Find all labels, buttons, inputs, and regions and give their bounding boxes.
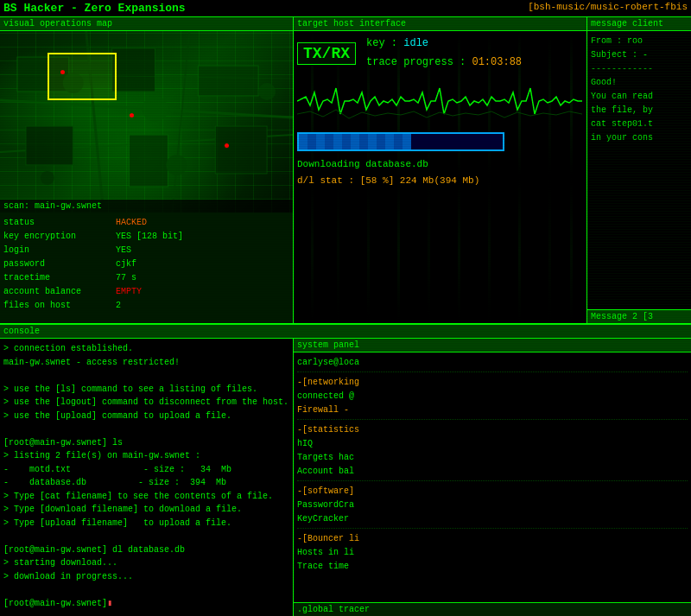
console-line-6: > listing 2 file(s) on main-gw.swnet : xyxy=(3,449,289,463)
message-client-panel: message client From : roo Subject : - --… xyxy=(587,17,691,323)
svg-rect-9 xyxy=(215,126,267,174)
tx-rx-display: TX/RX xyxy=(297,42,356,65)
password-row: password cjkf xyxy=(3,257,289,271)
title-bar: BS Hacker - Zero Expansions [bsh-music/m… xyxy=(0,0,691,17)
status-key: status xyxy=(3,216,116,230)
files-row: files on host 2 xyxy=(3,299,289,313)
console-cursor: ▮ xyxy=(107,599,112,608)
sys-networking-firewall: Firewall - xyxy=(297,403,688,417)
sys-stats-header: -[statistics xyxy=(297,423,688,437)
dl-label: Downloading database.db xyxy=(297,156,583,173)
console-line-blank-4 xyxy=(3,583,289,597)
status-row: status HACKED xyxy=(3,216,289,230)
msg-line-3: the file, by xyxy=(591,104,688,117)
target-host-panel: target host interface xyxy=(294,17,587,323)
console-line-13: > starting download... xyxy=(3,556,289,570)
key-line: key : idle xyxy=(366,35,522,54)
sys-hiq: hIQ xyxy=(297,437,688,451)
path-display: [bsh-music/music-robert-fbis xyxy=(528,2,688,15)
svg-rect-8 xyxy=(130,135,168,187)
target-host-header: target host interface xyxy=(294,17,586,31)
msg-subject: Subject : - xyxy=(591,48,688,62)
top-row: visual operations map xyxy=(0,17,691,324)
console-line-blank-3 xyxy=(3,530,289,543)
sys-divider-2 xyxy=(297,419,688,420)
dl-stat-value: [58 %] 224 Mb(394 Mb) xyxy=(360,175,480,186)
console-line-14: > download in progress... xyxy=(3,570,289,584)
dl-info: Downloading database.db d/l stat : [58 %… xyxy=(297,156,583,188)
key-label: key xyxy=(366,37,385,49)
msg-divider: ------------ xyxy=(591,62,688,76)
password-val: cjkf xyxy=(116,257,136,271)
progress-bar xyxy=(297,132,504,151)
key-value: idle xyxy=(403,37,428,49)
signal-area xyxy=(297,75,583,127)
msg-line-1: Good! xyxy=(591,76,688,90)
msg-tab-label: Message 2 [3 xyxy=(591,312,653,321)
map-target-highlight xyxy=(48,53,117,100)
console-line-blank-2 xyxy=(3,422,289,436)
tracetime-row: tracetime 77 s xyxy=(3,271,289,285)
console-content[interactable]: > connection established. main-gw.swnet … xyxy=(0,339,293,616)
global-tracer[interactable]: .global tracer xyxy=(294,602,691,616)
console-line-4: > use the [upload] command to upload a f… xyxy=(3,410,289,423)
sys-divider-1 xyxy=(297,372,688,372)
svg-point-13 xyxy=(41,171,54,185)
map-dot xyxy=(130,113,134,117)
console-wide-header: console xyxy=(0,324,691,339)
console-line-7: - motd.txt - size : 34 Mb xyxy=(3,463,289,477)
progress-area xyxy=(297,132,583,151)
sys-software-header: -[software] xyxy=(297,485,688,499)
msg-tab[interactable]: Message 2 [3 xyxy=(587,309,691,323)
map-info: status HACKED key encryption YES [128 bi… xyxy=(0,213,293,316)
message-content: From : roo Subject : - ------------ Good… xyxy=(587,31,691,309)
key-sep: : xyxy=(391,37,403,49)
console-line-8: - database.db - size : 394 Mb xyxy=(3,476,289,490)
trace-label: trace progress xyxy=(366,56,453,68)
svg-rect-6 xyxy=(198,66,258,96)
trace-line: trace progress : 01:03:88 xyxy=(366,54,522,73)
msg-line-5: in your cons xyxy=(591,131,688,145)
sys-bouncer-trace: Trace time xyxy=(297,560,688,574)
sys-account: Account bal xyxy=(297,465,688,479)
key-enc-val: YES [128 bit] xyxy=(116,230,183,244)
svg-rect-5 xyxy=(112,48,155,92)
sys-networking-header: -[networking xyxy=(297,376,688,390)
msg-line-4: cat step01.t xyxy=(591,117,688,131)
sys-key-cracker: KeyCracker xyxy=(297,512,688,526)
map-scan-label: scan: main-gw.swnet xyxy=(0,200,293,213)
files-val: 2 xyxy=(116,299,121,313)
console-panel: > connection established. main-gw.swnet … xyxy=(0,339,294,616)
console-header-label: console xyxy=(3,327,40,336)
map-dot xyxy=(225,143,229,148)
sys-user: carlyse@loca xyxy=(297,356,688,370)
trace-value: 01:03:88 xyxy=(472,56,522,68)
svg-rect-7 xyxy=(26,126,73,165)
console-line-blank-1 xyxy=(3,369,289,383)
target-header: TX/RX key : idle trace progress : 01:03:… xyxy=(297,35,583,72)
sys-bouncer-header: -[Bouncer li xyxy=(297,532,688,546)
console-line-9: > Type [cat filename] to see the content… xyxy=(3,490,289,504)
password-key: password xyxy=(3,257,116,271)
status-val: HACKED xyxy=(116,216,147,230)
trace-sep: : xyxy=(460,56,472,68)
progress-stripes xyxy=(299,134,411,149)
console-line-3: > use the [logout] command to disconnect… xyxy=(3,396,289,410)
console-line-10: > Type [download filename] to download a… xyxy=(3,503,289,517)
tracetime-key: tracetime xyxy=(3,271,116,285)
login-row: login YES xyxy=(3,244,289,257)
system-content: carlyse@loca -[networking connected @ Fi… xyxy=(294,352,691,602)
system-panel-header: system panel xyxy=(294,339,691,352)
map-dot xyxy=(60,70,65,74)
dl-stat-label: d/l stat : xyxy=(297,175,354,186)
key-enc-row: key encryption YES [128 bit] xyxy=(3,230,289,244)
sys-targets: Targets hac xyxy=(297,451,688,465)
dl-stat: d/l stat : [58 %] 224 Mb(394 Mb) xyxy=(297,173,583,189)
console-line-11: > Type [upload filename] to upload a fil… xyxy=(3,517,289,530)
target-content: TX/RX key : idle trace progress : 01:03:… xyxy=(294,31,586,323)
console-line-12: [root@main-gw.swnet] dl database.db xyxy=(3,543,289,557)
sys-bouncer-hosts: Hosts in li xyxy=(297,546,688,560)
message-client-header: message client xyxy=(587,17,691,31)
map-image: scan: main-gw.swnet xyxy=(0,31,293,213)
system-panel: system panel carlyse@loca -[networking c… xyxy=(294,339,691,616)
